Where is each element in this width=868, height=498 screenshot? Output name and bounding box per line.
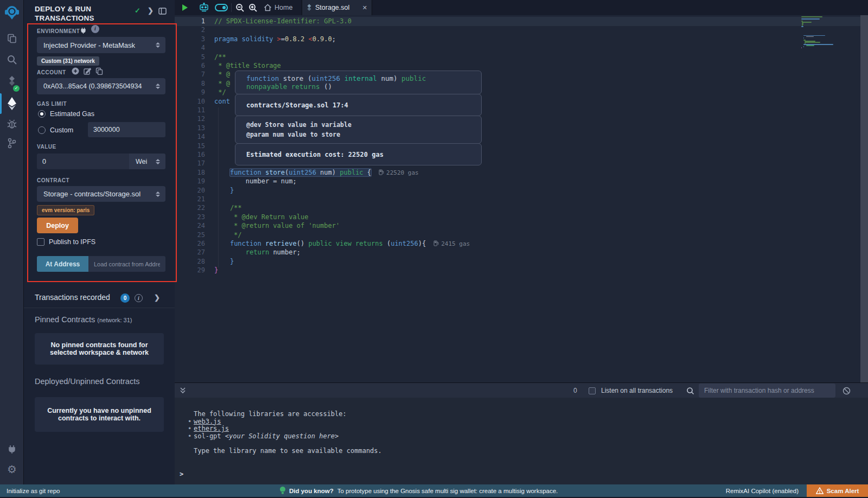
- terminal-line: •ethers.js: [194, 425, 229, 432]
- transactions-recorded-row: Transactions recorded 0 i ❯: [24, 289, 175, 308]
- run-script-icon[interactable]: [182, 0, 188, 15]
- select-arrows-icon: [156, 159, 160, 164]
- editor-minimap[interactable]: [801, 16, 837, 60]
- code-line: 20 }: [175, 186, 868, 195]
- transactions-recorded-label: Transactions recorded: [35, 293, 110, 302]
- code-line: 4: [175, 43, 868, 53]
- line-number: 2: [175, 25, 205, 35]
- zoom-out-icon[interactable]: [235, 0, 245, 15]
- panel-layout-icon[interactable]: [158, 7, 167, 17]
- line-number: 27: [175, 248, 205, 257]
- line-number: 28: [175, 257, 205, 266]
- remix-logo-icon[interactable]: [0, 3, 24, 22]
- network-badge: Custom (31) network: [37, 56, 99, 66]
- git-init-button[interactable]: Initialize as git repo: [7, 484, 60, 497]
- code-line: 3pragma solidity >=0.8.2 <0.9.0;: [175, 35, 868, 44]
- environment-info-icon[interactable]: i: [91, 25, 99, 33]
- tooltip-gas-cost: Estimated execution cost: 22520 gas: [235, 143, 482, 165]
- status-bar: Initialize as git repo Did you know? To …: [0, 484, 868, 497]
- code-line: 25 */: [175, 231, 868, 240]
- line-number: 9: [175, 88, 205, 97]
- file-explorer-icon[interactable]: [0, 31, 24, 46]
- code-line: 22 /**: [175, 203, 868, 213]
- copilot-toggle[interactable]: [215, 0, 228, 15]
- select-arrows-icon: [156, 42, 160, 48]
- unpinned-contracts-heading: Deployed/Unpinned Contracts: [35, 377, 139, 386]
- gas-limit-label: GAS LIMIT: [37, 101, 67, 107]
- value-unit-select[interactable]: Wei: [129, 154, 165, 169]
- editor-scrollbar[interactable]: [860, 15, 868, 382]
- value-input[interactable]: [37, 154, 129, 169]
- terminal-line: •sol-gpt <your Solidity question here>: [194, 432, 339, 440]
- code-line: 23 * @dev Return value: [175, 213, 868, 222]
- contract-select[interactable]: Storage - contracts/Storage.sol: [37, 186, 165, 202]
- evm-version-badge: evm version: paris: [37, 205, 94, 215]
- line-number: 26: [175, 239, 205, 248]
- line-number: 23: [175, 213, 205, 222]
- plugin-manager-icon[interactable]: [0, 442, 24, 456]
- panel-check-icon: ✓: [135, 7, 141, 15]
- settings-gear-icon[interactable]: ⚙: [0, 462, 24, 476]
- sign-message-icon[interactable]: [84, 67, 91, 75]
- code-line: 6 * @title Storage: [175, 61, 868, 71]
- ai-copilot-robot-icon[interactable]: [199, 0, 209, 15]
- code-line: 26 function retrieve() public view retur…: [175, 239, 868, 248]
- select-arrows-icon: [156, 191, 160, 197]
- copilot-status[interactable]: RemixAI Copilot (enabled): [726, 484, 799, 497]
- transactions-expand-icon[interactable]: ❯: [154, 293, 160, 302]
- did-you-know-tip: Did you know? To prototype using the Gno…: [280, 484, 558, 497]
- terminal-line: The following libraries are accessible:: [194, 410, 347, 418]
- value-label: VALUE: [37, 144, 56, 150]
- clear-terminal-icon[interactable]: [843, 383, 851, 398]
- hover-tooltip: function store (uint256 internal num) pu…: [235, 71, 482, 165]
- line-number: 5: [175, 53, 205, 62]
- transaction-count: 0: [573, 383, 577, 398]
- zoom-in-icon[interactable]: [248, 0, 258, 15]
- contract-label: CONTRACT: [37, 177, 69, 183]
- panel-expand-icon[interactable]: ❯: [148, 7, 154, 15]
- environment-select[interactable]: Injected Provider - MetaMask: [37, 37, 165, 53]
- tab-home[interactable]: Home: [275, 0, 292, 15]
- tab-storage-sol[interactable]: Storage.sol ✕: [302, 0, 372, 15]
- publish-ipfs-checkbox[interactable]: [37, 238, 44, 246]
- code-line: 21: [175, 195, 868, 204]
- tooltip-docs: @dev Store value in variable @param num …: [235, 116, 482, 144]
- tooltip-signature: function store (uint256 internal num) pu…: [235, 71, 482, 94]
- editor-tabbar: Home Storage.sol ✕: [175, 0, 868, 15]
- transactions-info-icon[interactable]: i: [135, 294, 143, 302]
- terminal-search-icon[interactable]: [686, 383, 694, 398]
- solidity-compiler-icon[interactable]: ✓: [0, 74, 24, 90]
- copy-account-icon[interactable]: [95, 67, 103, 75]
- compile-success-badge: ✓: [13, 85, 20, 92]
- debugger-icon[interactable]: [0, 117, 24, 131]
- close-tab-icon[interactable]: ✕: [362, 4, 367, 11]
- at-address-input[interactable]: [88, 256, 165, 272]
- git-icon[interactable]: [0, 136, 24, 150]
- terminal-output[interactable]: The following libraries are accessible:•…: [175, 398, 868, 484]
- line-number: 13: [175, 124, 205, 133]
- terminal-collapse-icon[interactable]: [180, 383, 186, 398]
- line-number: 12: [175, 114, 205, 124]
- line-number: 29: [175, 266, 205, 275]
- estimated-gas-radio[interactable]: [38, 110, 46, 118]
- code-line: 2: [175, 25, 868, 35]
- line-number: 3: [175, 35, 205, 44]
- add-account-icon[interactable]: [72, 67, 79, 75]
- home-icon[interactable]: [264, 0, 272, 15]
- at-address-button[interactable]: At Address: [37, 256, 88, 272]
- scam-alert-button[interactable]: Scam Alert: [807, 484, 868, 497]
- deploy-run-icon[interactable]: [0, 95, 24, 112]
- account-label: ACCOUNT: [37, 69, 66, 75]
- toolbar-divider: [231, 3, 232, 12]
- code-editor[interactable]: 1// SPDX-License-Identifier: GPL-3.023pr…: [175, 15, 868, 382]
- line-number: 19: [175, 177, 205, 186]
- terminal-prompt[interactable]: >: [180, 470, 183, 478]
- code-line: 5/**: [175, 53, 868, 62]
- custom-gas-input[interactable]: [88, 122, 165, 137]
- deploy-button[interactable]: Deploy: [37, 218, 78, 233]
- search-icon[interactable]: [0, 53, 24, 67]
- account-select[interactable]: 0xA03...85ac4 (0.398673504934: [37, 78, 165, 94]
- listen-all-checkbox[interactable]: [589, 383, 596, 398]
- terminal-filter-input[interactable]: [699, 384, 835, 398]
- custom-gas-radio[interactable]: [38, 126, 46, 134]
